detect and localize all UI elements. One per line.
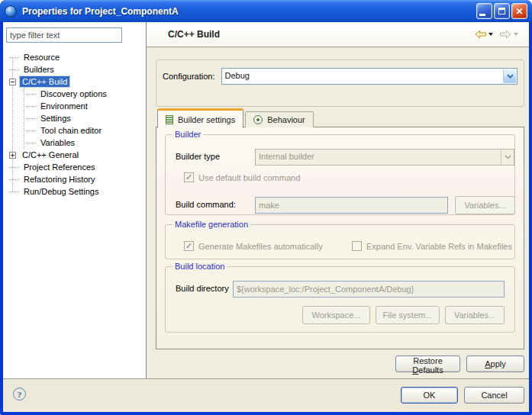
apply-button[interactable]: Apply bbox=[466, 355, 524, 372]
makefile-generation-group-title: Makefile generation bbox=[172, 220, 250, 229]
build-location-group: Build location Build directory Workspace… bbox=[165, 262, 515, 333]
build-location-buttons: Workspace... File system... Variables... bbox=[302, 306, 505, 324]
tree-connector-line bbox=[26, 118, 36, 119]
configuration-group: Configuration: Debug bbox=[156, 60, 524, 107]
tree-item-builders[interactable]: Builders bbox=[9, 63, 146, 76]
tree-connector-line bbox=[9, 167, 19, 168]
application-icon bbox=[5, 5, 17, 18]
build-command-label: Build command: bbox=[176, 200, 236, 209]
ok-button[interactable]: OK bbox=[401, 387, 458, 404]
generate-makefiles-checkbox: ✓ bbox=[184, 241, 194, 251]
tree-item-label: Refactoring History bbox=[21, 174, 98, 185]
tree-connector-line bbox=[9, 57, 19, 58]
tree-item-label: Builders bbox=[21, 64, 56, 75]
tree-item-label: Resource bbox=[21, 52, 62, 63]
tree-item-environment[interactable]: Environment bbox=[24, 100, 146, 112]
tree-connector-line bbox=[26, 94, 36, 95]
tree-item-variables[interactable]: Variables bbox=[24, 137, 146, 149]
expand-env-refs-label: Expand Env. Variable Refs in Makefiles bbox=[366, 242, 512, 251]
configuration-value: Debug bbox=[222, 69, 503, 84]
tree-item-label: C/C++ General bbox=[20, 150, 81, 160]
generate-makefiles-label: Generate Makefiles automatically bbox=[198, 242, 323, 251]
builder-type-combobox: Internal builder bbox=[255, 149, 514, 166]
tab-builder-settings[interactable]: Builder settings bbox=[157, 108, 243, 128]
page-title: C/C++ Build bbox=[168, 29, 220, 40]
tree-item-label: C/C++ Build bbox=[20, 76, 69, 87]
chevron-down-icon bbox=[501, 150, 514, 165]
tree-item-run-debug-settings[interactable]: Run/Debug Settings bbox=[9, 185, 146, 198]
tree-connector-line bbox=[26, 143, 36, 143]
restore-defaults-button[interactable]: Restore Defaults bbox=[395, 355, 460, 372]
tree-item-c-c-build[interactable]: −C/C++ Build bbox=[9, 76, 146, 88]
tree-connector-line bbox=[9, 69, 19, 70]
use-default-build-command-label: Use default build command bbox=[198, 173, 300, 182]
tree-connector-line bbox=[26, 106, 36, 107]
builder-group: Builder Builder type Internal builder ✓ … bbox=[165, 130, 515, 215]
configuration-combobox[interactable]: Debug bbox=[221, 68, 518, 85]
tree-item-resource[interactable]: Resource bbox=[9, 51, 146, 63]
help-icon[interactable]: ? bbox=[13, 388, 26, 401]
build-directory-input bbox=[233, 281, 505, 298]
builder-type-value: Internal builder bbox=[256, 150, 501, 165]
configuration-label: Configuration: bbox=[163, 68, 215, 85]
dialog-button-bar: ? OK Cancel bbox=[3, 378, 529, 412]
tab-bar: Builder settings Behaviour bbox=[157, 108, 314, 127]
makefile-generation-group: Makefile generation ✓ Generate Makefiles… bbox=[165, 220, 515, 259]
expand-env-refs-checkbox bbox=[352, 241, 362, 251]
tree-item-label: Settings bbox=[38, 113, 73, 124]
behaviour-icon bbox=[253, 115, 263, 124]
page-header: C/C++ Build bbox=[147, 22, 529, 47]
tree-item-label: Environment bbox=[38, 101, 90, 111]
tree-item-discovery-options[interactable]: Discovery options bbox=[24, 88, 146, 100]
workspace-button: Workspace... bbox=[302, 306, 370, 324]
titlebar[interactable]: Properties for Project_ComponentA ✕ bbox=[0, 0, 532, 22]
tree-item-refactoring-history[interactable]: Refactoring History bbox=[9, 173, 146, 185]
back-dropdown-icon[interactable] bbox=[488, 33, 493, 36]
expand-icon[interactable]: + bbox=[9, 152, 16, 159]
cancel-button[interactable]: Cancel bbox=[464, 387, 524, 404]
tree-item-label: Variables bbox=[38, 137, 77, 148]
properties-tree: ResourceBuilders−C/C++ BuildDiscovery op… bbox=[3, 51, 146, 198]
checkmark-icon: ✓ bbox=[185, 173, 192, 182]
tree-item-label: Discovery options bbox=[38, 88, 109, 99]
variables-button: Variables... bbox=[455, 196, 515, 214]
tab-label: Behaviour bbox=[267, 115, 305, 124]
minimize-button[interactable] bbox=[476, 3, 492, 19]
builder-type-label: Builder type bbox=[176, 152, 220, 161]
tree-item-label: Run/Debug Settings bbox=[21, 186, 101, 197]
tree-children: Discovery optionsEnvironmentSettingsTool… bbox=[24, 88, 146, 149]
variables-button: Variables... bbox=[445, 306, 505, 324]
window-title: Properties for Project_ComponentA bbox=[22, 6, 476, 17]
tree-item-settings[interactable]: Settings bbox=[24, 112, 146, 124]
close-icon: ✕ bbox=[515, 7, 523, 16]
back-button[interactable] bbox=[472, 28, 495, 40]
tree-item-tool-chain-editor[interactable]: Tool chain editor bbox=[24, 124, 146, 137]
builder-group-title: Builder bbox=[172, 130, 203, 139]
history-navigation bbox=[472, 28, 520, 40]
dialog-body: ResourceBuilders−C/C++ BuildDiscovery op… bbox=[3, 22, 529, 412]
tree-item-label: Project References bbox=[21, 162, 98, 172]
tree-item-label: Tool chain editor bbox=[38, 125, 104, 136]
tab-label: Builder settings bbox=[178, 115, 235, 124]
forward-arrow-icon bbox=[499, 30, 512, 39]
sidebar: ResourceBuilders−C/C++ BuildDiscovery op… bbox=[3, 22, 146, 378]
build-command-input bbox=[255, 197, 448, 214]
tree-item-project-references[interactable]: Project References bbox=[9, 161, 146, 173]
close-button[interactable]: ✕ bbox=[511, 3, 527, 19]
use-default-build-command-checkbox: ✓ bbox=[184, 172, 194, 182]
file-system-button: File system... bbox=[376, 306, 440, 324]
maximize-icon bbox=[498, 8, 505, 14]
forward-dropdown-icon bbox=[514, 33, 518, 36]
filter-input[interactable] bbox=[6, 27, 122, 43]
back-arrow-icon bbox=[474, 30, 487, 39]
tree-item-c-c-general[interactable]: +C/C++ General bbox=[9, 149, 146, 161]
build-directory-label: Build directory bbox=[176, 284, 229, 293]
collapse-icon[interactable]: − bbox=[9, 79, 16, 85]
minimize-icon bbox=[479, 14, 485, 16]
tree-connector-line bbox=[9, 191, 19, 192]
chevron-down-icon[interactable] bbox=[503, 69, 516, 83]
checkmark-icon: ✓ bbox=[185, 242, 192, 250]
maximize-button[interactable] bbox=[494, 3, 510, 19]
tab-behaviour[interactable]: Behaviour bbox=[245, 111, 314, 127]
builder-settings-icon bbox=[166, 115, 173, 124]
